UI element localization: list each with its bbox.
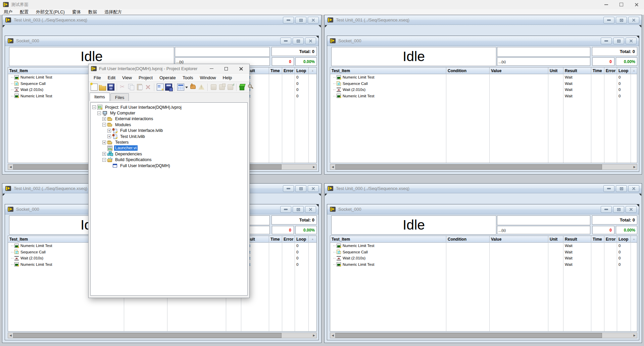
socket-titlebar[interactable]: Socket_000 [327, 204, 639, 214]
explorer-menu-project[interactable]: Project [135, 73, 156, 82]
window-restore-button[interactable] [295, 185, 306, 192]
tree-item-0[interactable]: −Project: Full User Interface(DQMH).lvpr… [91, 104, 247, 110]
tree-item-5[interactable]: +Test Unit.lvlib [91, 134, 247, 139]
search-icon[interactable] [247, 84, 254, 91]
collapse-icon[interactable]: − [97, 111, 101, 115]
explorer-maximize-button[interactable] [221, 64, 231, 73]
explorer-menu-tools[interactable]: Tools [179, 73, 197, 82]
explorer-menu-window[interactable]: Window [196, 73, 219, 82]
collapse-icon[interactable]: − [102, 123, 106, 127]
tab-files[interactable]: Files [110, 93, 129, 102]
window-restore-button[interactable] [295, 17, 306, 23]
scroll-left-icon[interactable]: ◀ [330, 164, 335, 169]
column-header-test_item[interactable]: Test_Item [330, 67, 446, 74]
column-header-time[interactable]: Time [591, 67, 604, 74]
column-header-result[interactable]: Result [563, 236, 591, 242]
app-menu-item-0[interactable]: 用户 [0, 9, 16, 15]
scroll-left-icon[interactable]: ◀ [8, 333, 13, 338]
app-close-button[interactable] [629, 0, 644, 9]
window-titlebar[interactable]: Test Unit_000 (../Seq/Sequence.xseq) [325, 184, 642, 193]
open-icon[interactable] [99, 84, 106, 91]
app-maximize-button[interactable] [614, 0, 629, 9]
column-header-time[interactable]: Time [269, 67, 282, 74]
window-close-button[interactable] [308, 185, 319, 192]
column-header-error[interactable]: Error [604, 236, 617, 242]
tree-item-4[interactable]: +Full User Interface.lvlib [91, 128, 247, 134]
socket-restore-button[interactable] [613, 206, 624, 213]
window-titlebar[interactable]: Test Unit_003 (../Seq/Sequence.xseq) [2, 15, 321, 25]
column-header-test_item[interactable]: Test_Item [330, 236, 446, 242]
table-row-0[interactable]: Numeric Limit TestWait0 [330, 243, 637, 249]
run-cube-icon[interactable] [239, 84, 246, 91]
app-minimize-button[interactable] [599, 0, 614, 9]
column-header-unit[interactable]: Unit [548, 236, 563, 242]
explorer-menu-view[interactable]: View [119, 73, 135, 82]
column-header-value[interactable]: Value [490, 67, 548, 74]
window-restore-button[interactable] [616, 17, 627, 23]
column-header-loop[interactable]: Loop [295, 236, 309, 242]
socket-close-button[interactable] [305, 206, 316, 213]
table-row-0[interactable]: Numeric Limit TestWait0 [330, 74, 637, 81]
tree-item-7[interactable]: +Launcher.vi [91, 145, 247, 151]
tree-item-6[interactable]: +Testers [91, 139, 247, 145]
table-row-2[interactable]: Wait (2.010s)Wait0 [330, 255, 637, 261]
tab-items[interactable]: Items [90, 93, 110, 102]
tree-item-10[interactable]: Full User Interface(DQMH) [91, 163, 247, 168]
chevron-down-icon[interactable] [185, 84, 188, 91]
add-item-icon[interactable] [157, 84, 164, 91]
explorer-minimize-button[interactable] [206, 64, 216, 73]
socket-minimize-button[interactable] [601, 38, 612, 44]
app-menu-item-2[interactable]: 外部交互(PLC) [32, 9, 68, 15]
explorer-menu-help[interactable]: Help [219, 73, 235, 82]
window-restore-button[interactable] [616, 185, 627, 192]
vertical-scroll-up-icon[interactable]: ▲ [309, 236, 316, 242]
explorer-close-button[interactable] [236, 64, 246, 73]
vertical-scroll-up-icon[interactable]: ▲ [631, 236, 637, 242]
socket-close-button[interactable] [626, 38, 637, 44]
tree-item-8[interactable]: +Dependencies [91, 151, 247, 157]
socket-restore-button[interactable] [293, 206, 304, 213]
window-minimize-button[interactable] [283, 17, 294, 23]
scrollbar-thumb[interactable] [335, 333, 602, 338]
column-header-error[interactable]: Error [282, 67, 295, 74]
window-titlebar[interactable]: Test Unit_001 (../Seq/Sequence.xseq) [325, 15, 642, 25]
horizontal-scrollbar[interactable]: ◀ ▶ [8, 333, 317, 338]
column-header-loop[interactable]: Loop [617, 236, 631, 242]
collapse-icon[interactable]: − [92, 105, 96, 109]
window-close-button[interactable] [628, 185, 639, 192]
app-menu-item-5[interactable]: 选择配方 [101, 9, 126, 15]
tree-item-3[interactable]: −Modules [91, 122, 247, 128]
tree-item-9[interactable]: −Build Specifications [91, 157, 247, 163]
column-header-error[interactable]: Error [282, 236, 295, 242]
explorer-menu-operate[interactable]: Operate [156, 73, 179, 82]
socket-minimize-button[interactable] [601, 206, 612, 213]
window-close-button[interactable] [308, 17, 319, 23]
column-header-time[interactable]: Time [591, 236, 604, 242]
expand-icon[interactable]: + [107, 129, 111, 133]
save-icon[interactable] [107, 84, 114, 91]
socket-restore-button[interactable] [293, 38, 304, 44]
vertical-scroll-up-icon[interactable]: ▲ [631, 67, 637, 74]
expand-icon[interactable]: + [102, 141, 106, 144]
save-all-icon[interactable] [165, 84, 172, 91]
table-row-1[interactable]: Sequence CallWait0 [330, 249, 637, 255]
column-header-condition[interactable]: Condition [446, 236, 490, 242]
column-header-condition[interactable]: Condition [446, 67, 490, 74]
scroll-right-icon[interactable]: ▶ [311, 333, 316, 338]
column-header-loop[interactable]: Loop [295, 67, 309, 74]
scrollbar-thumb[interactable] [13, 333, 282, 338]
column-header-unit[interactable]: Unit [548, 67, 563, 74]
column-header-error[interactable]: Error [604, 67, 617, 74]
project-explorer-titlebar[interactable]: Full User Interface(DQMH).lvproj - Proje… [89, 64, 249, 73]
explorer-menu-file[interactable]: File [90, 73, 104, 82]
socket-titlebar[interactable]: Socket_000 [5, 36, 318, 46]
scroll-left-icon[interactable]: ◀ [330, 333, 335, 338]
expand-icon[interactable]: + [107, 135, 111, 138]
socket-titlebar[interactable]: Socket_000 [327, 36, 639, 46]
scrollbar-thumb[interactable] [335, 164, 602, 169]
column-header-time[interactable]: Time [269, 236, 282, 242]
view-columns-icon[interactable] [177, 84, 184, 91]
table-row-2[interactable]: Wait (2.010s)Wait0 [330, 87, 637, 93]
window-minimize-button[interactable] [603, 185, 614, 192]
app-menu-item-1[interactable]: 配置 [16, 9, 32, 15]
